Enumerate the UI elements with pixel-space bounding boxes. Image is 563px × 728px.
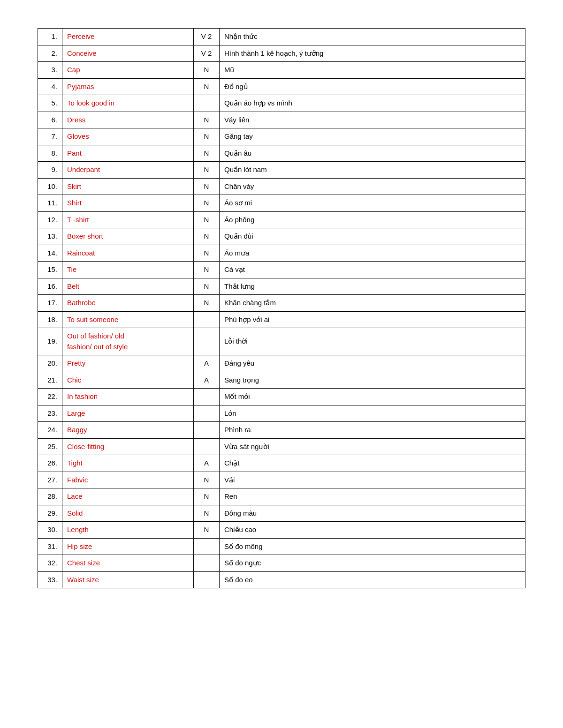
table-row: 21.ChicASang trọng <box>38 372 525 389</box>
english-term: Conceive <box>62 45 194 62</box>
english-term: Large <box>62 405 194 422</box>
english-term: T -shirt <box>62 211 194 228</box>
vietnamese-translation: Đồ ngủ <box>220 78 525 95</box>
row-number: 19. <box>38 328 62 355</box>
word-type: N <box>194 295 220 312</box>
word-type <box>194 438 220 455</box>
word-type: A <box>194 355 220 372</box>
row-number: 14. <box>38 245 62 262</box>
english-term: Belt <box>62 278 194 295</box>
english-term: Waist size <box>62 571 194 588</box>
vietnamese-translation: Đáng yêu <box>220 355 525 372</box>
row-number: 9. <box>38 162 62 179</box>
table-row: 19.Out of fashion/ oldfashion/ out of st… <box>38 328 525 355</box>
table-row: 16.BeltNThắt lưng <box>38 278 525 295</box>
vietnamese-translation: Áo mưa <box>220 245 525 262</box>
row-number: 29. <box>38 505 62 522</box>
english-term: Boxer short <box>62 228 194 245</box>
vietnamese-translation: Áo sơ mi <box>220 195 525 212</box>
table-row: 4.PyjamasNĐồ ngủ <box>38 78 525 95</box>
row-number: 16. <box>38 278 62 295</box>
english-term: To look good in <box>62 95 194 112</box>
english-term: Raincoat <box>62 245 194 262</box>
table-row: 26.TightAChật <box>38 455 525 472</box>
row-number: 30. <box>38 522 62 539</box>
table-row: 22.In fashionMốt mới <box>38 389 525 405</box>
english-term: Cap <box>62 62 194 79</box>
english-term: Gloves <box>62 128 194 145</box>
word-type: N <box>194 228 220 245</box>
row-number: 5. <box>38 95 62 112</box>
word-type: N <box>194 278 220 295</box>
row-number: 12. <box>38 211 62 228</box>
english-term: Skirt <box>62 178 194 195</box>
row-number: 23. <box>38 405 62 422</box>
table-row: 9.UnderpantNQuần lót nam <box>38 162 525 179</box>
row-number: 10. <box>38 178 62 195</box>
word-type: N <box>194 178 220 195</box>
vietnamese-translation: Quần lót nam <box>220 162 525 179</box>
table-row: 17.BathrobeNKhăn chàng tắm <box>38 295 525 312</box>
word-type <box>194 538 220 555</box>
word-type: V 2 <box>194 45 220 62</box>
table-row: 20.PrettyAĐáng yêu <box>38 355 525 372</box>
english-term: Tight <box>62 455 194 472</box>
row-number: 24. <box>38 422 62 439</box>
table-row: 15.TieNCà vạt <box>38 262 525 278</box>
table-row: 32.Chest sizeSố đo ngực <box>38 555 525 572</box>
vietnamese-translation: Váy liên <box>220 112 525 128</box>
row-number: 4. <box>38 78 62 95</box>
table-row: 1.PerceiveV 2Nhận thức <box>38 29 525 45</box>
table-row: 11.ShirtNÁo sơ mi <box>38 195 525 212</box>
vietnamese-translation: Nhận thức <box>220 29 525 45</box>
word-type: N <box>194 211 220 228</box>
row-number: 33. <box>38 571 62 588</box>
word-type: N <box>194 195 220 212</box>
row-number: 21. <box>38 372 62 389</box>
english-term: Lace <box>62 488 194 505</box>
word-type <box>194 95 220 112</box>
word-type: N <box>194 522 220 539</box>
vietnamese-translation: Mốt mới <box>220 389 525 405</box>
table-row: 7.GlovesNGăng tay <box>38 128 525 145</box>
vocabulary-table: 1.PerceiveV 2Nhận thức2.ConceiveV 2Hình … <box>38 28 525 588</box>
table-row: 3.CapNMũ <box>38 62 525 79</box>
vietnamese-translation: Cà vạt <box>220 262 525 278</box>
english-term: Underpant <box>62 162 194 179</box>
english-term: Chic <box>62 372 194 389</box>
table-row: 10.SkirtNChân váy <box>38 178 525 195</box>
row-number: 8. <box>38 145 62 162</box>
english-term: Solid <box>62 505 194 522</box>
word-type <box>194 422 220 439</box>
english-term: Perceive <box>62 29 194 45</box>
table-row: 6.DressNVáy liên <box>38 112 525 128</box>
table-row: 13.Boxer shortNQuần đùi <box>38 228 525 245</box>
vietnamese-translation: Vừa sát người <box>220 438 525 455</box>
vietnamese-translation: Thắt lưng <box>220 278 525 295</box>
table-row: 27.FabvicNVải <box>38 472 525 488</box>
row-number: 18. <box>38 311 62 328</box>
word-type: N <box>194 128 220 145</box>
vietnamese-translation: Vải <box>220 472 525 488</box>
word-type <box>194 555 220 572</box>
english-term: Shirt <box>62 195 194 212</box>
table-row: 23.LargeLớn <box>38 405 525 422</box>
word-type: N <box>194 472 220 488</box>
vietnamese-translation: Sang trọng <box>220 372 525 389</box>
word-type <box>194 389 220 405</box>
row-number: 28. <box>38 488 62 505</box>
row-number: 6. <box>38 112 62 128</box>
english-term: Pyjamas <box>62 78 194 95</box>
vietnamese-translation: Phình ra <box>220 422 525 439</box>
vietnamese-translation: Số đo mông <box>220 538 525 555</box>
vietnamese-translation: Hình thành 1 kê hoạch, ý tưởng <box>220 45 525 62</box>
row-number: 3. <box>38 62 62 79</box>
table-row: 25.Close-fittingVừa sát người <box>38 438 525 455</box>
word-type: A <box>194 372 220 389</box>
word-type: N <box>194 488 220 505</box>
english-term: Dress <box>62 112 194 128</box>
vietnamese-translation: Lỗi thời <box>220 328 525 355</box>
table-row: 33.Waist sizeSố đo eo <box>38 571 525 588</box>
english-term: Tie <box>62 262 194 278</box>
vietnamese-translation: Quần âu <box>220 145 525 162</box>
